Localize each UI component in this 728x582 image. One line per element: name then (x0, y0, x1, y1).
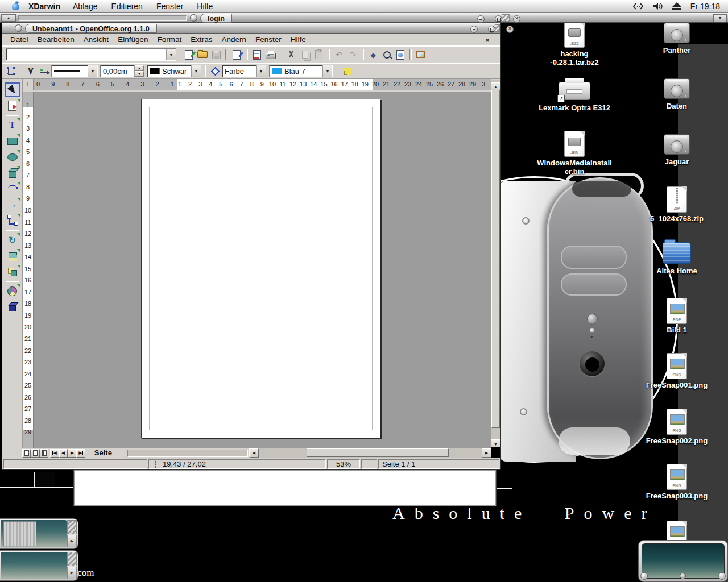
mac-menu-xdarwin[interactable]: XDarwin (28, 2, 60, 11)
select-tool-button[interactable] (5, 82, 20, 97)
redo-button[interactable] (346, 48, 359, 61)
url-dropdown-icon[interactable]: ▼ (166, 49, 176, 60)
insert-graphics-button[interactable] (414, 48, 428, 61)
zoom-page-tool-button[interactable] (5, 98, 20, 113)
horizontal-ruler[interactable]: 0987654321123456789101112131415161718192… (34, 79, 491, 90)
vertical-scrollbar[interactable]: ▲ ▼ (491, 80, 500, 448)
drawing-canvas[interactable] (34, 92, 491, 448)
desktop-icon-lexmark-printer[interactable]: ↗Lexmark Optra E312 (532, 77, 617, 112)
eject-icon[interactable] (672, 2, 681, 10)
gallery-button[interactable] (394, 48, 407, 61)
edit-points-button[interactable] (5, 64, 18, 78)
pen-button[interactable] (24, 64, 38, 78)
first-page-button[interactable]: ◀ (50, 449, 59, 458)
zoom-button[interactable] (380, 48, 394, 61)
vertical-ruler[interactable]: 1234567891011121314151617181920212223242… (23, 92, 34, 448)
shade-down-button[interactable]: ▼ (713, 14, 727, 22)
print-file-button[interactable] (264, 48, 278, 61)
menu-format[interactable]: Format (152, 35, 186, 44)
menu-einfgen[interactable]: Einfügen (113, 35, 152, 44)
view-mode-1-button[interactable] (22, 449, 31, 458)
horizontal-scrollbar[interactable]: ◀ ▶ (249, 448, 491, 458)
lines-arrows-tool-button[interactable] (5, 197, 20, 212)
mac-menu-ablage[interactable]: Ablage (73, 2, 98, 11)
mac-menu-editieren[interactable]: Editieren (111, 2, 143, 11)
dropdown-icon[interactable]: ▼ (88, 65, 97, 77)
fill-style-combobox[interactable]: Farbe ▼ (222, 65, 266, 77)
page-tab-seite-1[interactable]: Seite 1 (85, 448, 126, 458)
volume-icon[interactable] (653, 2, 663, 10)
url-combobox[interactable]: ▼ (6, 48, 176, 61)
navigator-button[interactable] (366, 48, 380, 61)
url-field[interactable] (6, 49, 166, 60)
next-page-button[interactable]: ▶ (68, 449, 76, 458)
menu-fenster[interactable]: Fenster (251, 35, 286, 44)
desktop-icon-hacking-archive[interactable]: .BZ2hacking-0.28.1.tar.bz2 (532, 22, 617, 66)
shadow-button[interactable] (341, 64, 354, 78)
line-style-combobox[interactable]: ▼ (51, 65, 98, 77)
undo-button[interactable] (332, 48, 346, 61)
status-zoom[interactable]: 53% (327, 459, 360, 469)
cut-button[interactable] (284, 48, 298, 61)
menu-hilfe[interactable]: Hilfe (286, 35, 311, 44)
connector-tool-button[interactable] (5, 213, 20, 228)
spin-down-icon[interactable]: ▼ (135, 71, 144, 77)
alignment-tool-button[interactable] (5, 248, 20, 263)
mac-menu-fenster[interactable]: Fenster (156, 2, 183, 11)
line-ends-button[interactable] (38, 64, 51, 78)
menu-extras[interactable]: Extras (186, 35, 217, 44)
open-document-button[interactable] (196, 48, 209, 61)
desktop-icon-windowsmedia-installer[interactable]: .BINWindowsMediaInstaller.bin (532, 131, 617, 176)
resize-corner[interactable] (491, 447, 500, 458)
network-icon[interactable] (632, 2, 644, 10)
objects-3d-tool-button[interactable] (5, 165, 20, 180)
dropdown-icon[interactable]: ▼ (191, 65, 201, 77)
previous-page-button[interactable]: ◀ (59, 449, 68, 458)
document-page[interactable] (141, 99, 380, 438)
edit-file-button[interactable] (230, 48, 243, 61)
spin-up-icon[interactable]: ▲ (135, 65, 144, 71)
curve-tool-button[interactable] (5, 181, 20, 196)
login-terminal-content[interactable] (74, 469, 496, 506)
scrollbar-thumb[interactable] (491, 90, 500, 428)
menu-datei[interactable]: Datei (6, 35, 33, 44)
close-button[interactable]: × (506, 26, 514, 33)
save-document-button[interactable] (209, 48, 223, 61)
scroll-thumb-knob-icon[interactable] (680, 573, 686, 579)
apple-menu-icon[interactable] (11, 2, 20, 11)
area-fill-button[interactable] (208, 64, 222, 78)
oo-titlebar[interactable]: Unbenannt1 - OpenOffice.org 1.1.0 × (2, 23, 500, 34)
menu-ndern[interactable]: Ändern (217, 35, 251, 44)
scroll-left-icon[interactable]: ◀ (249, 448, 259, 458)
last-page-button[interactable]: ▶ (76, 449, 85, 458)
insert-text-tool-button[interactable] (5, 118, 20, 132)
rectangle-tool-button[interactable] (5, 134, 20, 148)
dropdown-icon[interactable]: ▼ (256, 65, 266, 77)
menu-ansicht[interactable]: Ansicht (79, 35, 113, 44)
teal-window[interactable] (638, 540, 728, 582)
minimize-button[interactable] (470, 26, 478, 33)
controller-3d-tool-button[interactable] (5, 300, 20, 314)
effects-tool-button[interactable] (5, 232, 20, 247)
ellipse-tool-button[interactable] (5, 149, 20, 164)
scroll-left-knob-icon[interactable] (640, 572, 648, 580)
fill-color-combobox[interactable]: Blau 7 ▼ (269, 65, 333, 77)
paste-button[interactable] (312, 48, 325, 61)
mac-menu-hilfe[interactable]: Hilfe (197, 2, 213, 11)
close-button[interactable]: × (513, 15, 520, 23)
scroll-right-knob-icon[interactable] (718, 572, 726, 580)
dropdown-icon[interactable]: ▼ (322, 65, 332, 77)
view-mode-3-button[interactable] (40, 449, 48, 458)
copy-button[interactable] (298, 48, 312, 61)
shade-up-button[interactable]: ▲ (1, 14, 16, 22)
insert-tool-button[interactable] (5, 284, 20, 298)
document-close-icon[interactable]: × (483, 35, 492, 44)
login-titlebar[interactable]: ▲ login × ▼ (0, 13, 728, 23)
new-document-button[interactable] (182, 48, 196, 61)
view-mode-2-button[interactable] (31, 449, 39, 458)
arrange-tool-button[interactable] (5, 264, 20, 279)
line-color-combobox[interactable]: Schwar ▼ (147, 65, 201, 77)
menu-bearbeiten[interactable]: Bearbeiten (33, 35, 79, 44)
scroll-right-icon[interactable]: ▶ (482, 448, 491, 458)
line-width-spinner[interactable]: 0,00cm ▲▼ (100, 65, 144, 77)
